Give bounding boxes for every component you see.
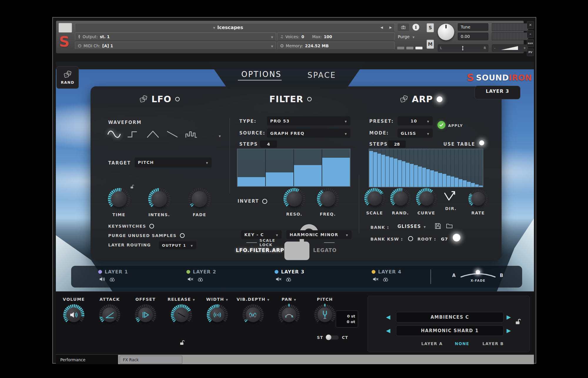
- bank-a-next-icon[interactable]: ▶: [507, 314, 511, 320]
- tab-options[interactable]: OPTIONS: [238, 70, 282, 80]
- curve-knob[interactable]: [416, 188, 437, 209]
- tab-legato[interactable]: LEGATO: [313, 247, 337, 253]
- xfade-handle[interactable]: [476, 270, 480, 274]
- filter-step-graph[interactable]: [237, 149, 350, 187]
- link-icon[interactable]: [285, 276, 292, 283]
- lfo-dice-icon[interactable]: [140, 95, 148, 103]
- layer-routing-dropdown[interactable]: OUTPUT 1: [159, 241, 196, 249]
- filter-step-bar-3[interactable]: [294, 149, 322, 186]
- waveform-triangle-button[interactable]: [145, 127, 161, 141]
- keyswitches-toggle[interactable]: [149, 224, 154, 229]
- volume-slider[interactable]: - +: [492, 44, 528, 52]
- time-knob[interactable]: [108, 188, 130, 210]
- pitch-value-box[interactable]: 0 st 0 ot: [336, 310, 358, 327]
- release-lock-icon[interactable]: [179, 340, 185, 347]
- lock-open-icon[interactable]: [130, 184, 134, 190]
- arp-power-toggle[interactable]: [437, 96, 442, 102]
- reso-knob[interactable]: [283, 188, 305, 210]
- arp-step-bar-17[interactable]: [434, 149, 438, 187]
- arp-preset-dropdown[interactable]: 10: [397, 116, 433, 125]
- arp-step-bar-9[interactable]: [402, 149, 406, 187]
- filter-type-dropdown[interactable]: PRO 53: [267, 116, 350, 125]
- tab-lfo-filter-arp[interactable]: LFO.FILTER.ARP: [236, 247, 284, 253]
- bank-b-next-icon[interactable]: ▶: [507, 328, 511, 333]
- arp-step-bar-18[interactable]: [438, 149, 442, 187]
- picker-none[interactable]: NONE: [455, 341, 469, 346]
- pan-slider[interactable]: L R: [438, 44, 488, 52]
- next-instrument-icon[interactable]: ▶: [390, 26, 392, 29]
- prev-instrument-icon[interactable]: ◀: [380, 26, 383, 29]
- arp-step-bar-12[interactable]: [414, 149, 418, 187]
- width-knob[interactable]: [207, 304, 228, 325]
- link-icon[interactable]: [197, 276, 204, 283]
- aux-button[interactable]: aux: [527, 39, 534, 47]
- midi-dropdown-icon[interactable]: [271, 43, 273, 48]
- arp-step-bar-26[interactable]: [471, 149, 475, 187]
- bank-dropdown[interactable]: GLISSES: [397, 224, 426, 229]
- link-icon[interactable]: [109, 276, 116, 283]
- waveform-sine-button[interactable]: [106, 127, 122, 141]
- filter-steps-value[interactable]: 4: [260, 140, 277, 148]
- picker-lock-icon[interactable]: [515, 318, 521, 326]
- bank-ksw-toggle[interactable]: [408, 236, 413, 241]
- bank-a-prev-icon[interactable]: ◀: [386, 314, 390, 320]
- tune-value-box[interactable]: 0.00: [458, 33, 488, 40]
- dropdown-arrow-icon[interactable]: [226, 297, 228, 302]
- pitch-knob[interactable]: [314, 304, 335, 325]
- layer-tab-3[interactable]: LAYER 3: [275, 269, 305, 283]
- arp-step-bar-25[interactable]: [467, 149, 471, 187]
- apply-button[interactable]: [437, 121, 445, 129]
- waveform-random-button[interactable]: [184, 127, 199, 141]
- arp-step-bar-8[interactable]: [398, 149, 402, 187]
- lfo-power-toggle[interactable]: [175, 97, 180, 101]
- arp-step-bar-23[interactable]: [459, 149, 463, 187]
- minimize-button[interactable]: –: [527, 30, 534, 38]
- arp-steps-value[interactable]: 28: [388, 140, 406, 148]
- filter-step-bar-1[interactable]: [238, 149, 266, 186]
- scale-dropdown[interactable]: HARMONIC MINOR: [286, 230, 352, 239]
- rate-knob[interactable]: [468, 189, 488, 209]
- arp-dice-icon[interactable]: [400, 95, 408, 103]
- waveform-dropdown-icon[interactable]: [219, 133, 221, 138]
- root-ball-control[interactable]: [453, 234, 460, 241]
- layer-tab-1[interactable]: LAYER 1: [98, 269, 128, 283]
- mute-button[interactable]: M: [427, 40, 434, 49]
- pan-knob[interactable]: LR: [278, 304, 300, 325]
- arp-step-bar-10[interactable]: [406, 149, 410, 187]
- bank-b-prev-icon[interactable]: ◀: [386, 328, 390, 333]
- waveform-square-button[interactable]: [126, 127, 141, 141]
- arp-step-bar-27[interactable]: [475, 149, 479, 187]
- arp-step-bar-1[interactable]: [369, 149, 373, 187]
- layer-tab-4[interactable]: LAYER 4: [372, 269, 402, 283]
- dropdown-arrow-icon[interactable]: [193, 297, 195, 302]
- arp-step-bar-7[interactable]: [394, 149, 398, 187]
- output-field[interactable]: Output: st. 1: [75, 33, 276, 41]
- vibdepth-knob[interactable]: [243, 304, 264, 325]
- tune-knob[interactable]: [438, 24, 454, 40]
- arp-mode-dropdown[interactable]: GLISS: [397, 129, 433, 138]
- arp-step-bar-19[interactable]: [442, 149, 447, 187]
- root-value[interactable]: G7: [441, 237, 448, 241]
- arp-step-bar-4[interactable]: [381, 149, 385, 187]
- info-button[interactable]: i: [412, 24, 419, 31]
- filter-power-toggle[interactable]: [307, 97, 312, 101]
- target-dropdown[interactable]: PITCH: [135, 157, 212, 167]
- solo-button[interactable]: S: [427, 23, 434, 32]
- title-dropdown-icon[interactable]: [213, 25, 215, 30]
- arp-step-bar-14[interactable]: [422, 149, 426, 187]
- dropdown-arrow-icon[interactable]: [267, 297, 270, 302]
- arp-step-bar-5[interactable]: [385, 149, 390, 187]
- arp-step-bar-13[interactable]: [418, 149, 422, 187]
- st-ct-toggle[interactable]: [326, 335, 339, 340]
- arp-step-bar-15[interactable]: [426, 149, 430, 187]
- load-bank-icon[interactable]: [446, 223, 453, 229]
- dropdown-arrow-icon[interactable]: [294, 297, 296, 302]
- invert-toggle[interactable]: [262, 199, 267, 204]
- speaker-muted-icon[interactable]: [187, 276, 194, 283]
- filter-source-dropdown[interactable]: GRAPH FREQ: [267, 129, 350, 138]
- tab-fx-rack[interactable]: FX Rack: [120, 356, 182, 364]
- use-table-toggle[interactable]: [479, 140, 484, 145]
- freq-knob[interactable]: [317, 188, 339, 210]
- arp-step-bar-28[interactable]: [479, 149, 483, 187]
- offset-knob[interactable]: [135, 304, 156, 325]
